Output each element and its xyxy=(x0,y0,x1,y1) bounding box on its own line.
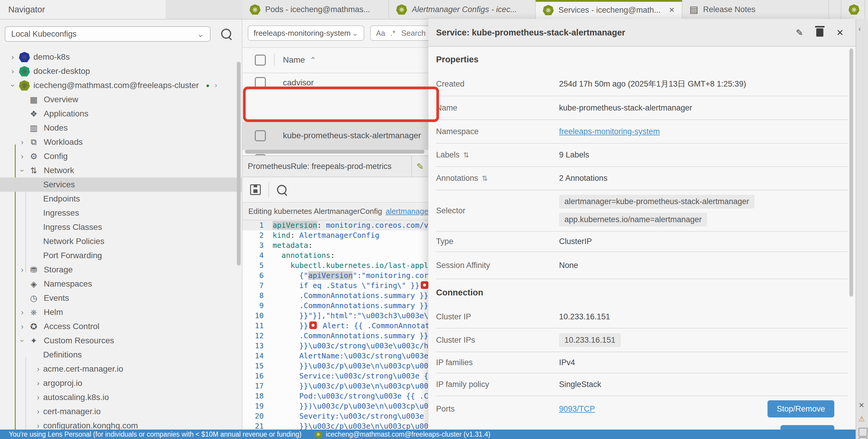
sidebar-item[interactable]: Ingress Classes ● › xyxy=(0,220,242,234)
sidebar-item[interactable]: Definitions ● › xyxy=(0,348,242,362)
row-checkbox[interactable] xyxy=(255,77,266,88)
forward-button[interactable]: Forward... xyxy=(780,425,834,430)
sidebar-item[interactable]: › ⎈ docker-desktop ● › xyxy=(0,64,242,78)
chevron-icon[interactable]: › xyxy=(33,365,43,374)
sidebar-item[interactable]: ❖ Applications ● › xyxy=(0,107,242,121)
sidebar-item[interactable]: › ⛃ Storage ● › xyxy=(0,263,242,277)
chevron-icon[interactable] xyxy=(17,279,27,289)
sidebar-item[interactable]: ◈ Namespaces ● › xyxy=(0,277,242,291)
chevron-icon[interactable]: › xyxy=(33,379,43,388)
chevron-left-icon[interactable]: ‹ xyxy=(859,25,861,33)
tab[interactable]: ⎈ Pods - icecheng@mathmas... ✕ xyxy=(242,0,389,19)
namespace-select[interactable]: freeleaps-monitoring-system ⌄ xyxy=(248,25,364,41)
chevron-right-icon[interactable]: › xyxy=(215,81,217,90)
port-link[interactable]: 9093/TCP xyxy=(559,404,595,413)
chevron-icon[interactable] xyxy=(33,194,43,204)
namespace-link[interactable]: freeleaps-monitoring-system xyxy=(559,127,660,136)
sidebar-item[interactable]: › acme.cert-manager.io ● › xyxy=(0,362,242,376)
sidebar-item[interactable]: ▦ Overview ● › xyxy=(0,93,242,107)
chevron-icon[interactable] xyxy=(33,350,43,360)
select-all-checkbox[interactable] xyxy=(255,55,266,66)
chevron-icon[interactable] xyxy=(33,180,43,189)
widget-button[interactable] xyxy=(859,428,867,437)
chevron-icon[interactable]: › xyxy=(17,308,27,317)
chevron-icon[interactable]: › xyxy=(8,53,18,62)
tab[interactable]: ▤ Release Notes ✕ xyxy=(682,0,829,19)
sidebar-item[interactable]: › configuration.konghq.com ● › xyxy=(0,418,242,430)
chevron-icon[interactable] xyxy=(17,124,27,133)
sidebar-item[interactable]: › ⎈ Helm ● › xyxy=(0,305,242,319)
table-horizontal-scrollbar[interactable] xyxy=(245,150,425,154)
sidebar-item[interactable]: Services ● › xyxy=(0,177,242,192)
chevron-icon[interactable]: › xyxy=(18,165,27,175)
sidebar-item[interactable]: Network Policies ● › xyxy=(0,234,242,248)
editing-resource-link[interactable]: alertmanager xyxy=(385,207,428,216)
sidebar-item[interactable]: › ✦ Custom Resources ● › xyxy=(0,334,242,348)
name-row: Name kube-prometheus-stack-alertmanager xyxy=(436,96,848,120)
sidebar-search-button[interactable] xyxy=(221,29,232,39)
search-input[interactable] xyxy=(401,28,428,38)
sidebar-item[interactable]: ◷ Events ● › xyxy=(0,291,242,305)
chevron-icon[interactable] xyxy=(33,251,43,260)
chevron-icon[interactable]: › xyxy=(18,336,27,346)
chevron-icon[interactable]: › xyxy=(8,80,18,91)
chevron-icon[interactable]: › xyxy=(8,67,18,76)
sidebar-item[interactable]: › ✪ Access Control ● › xyxy=(0,319,242,334)
editor-dock-header[interactable]: PrometheusRule: freepeals-prod-metrics ✎ xyxy=(242,156,428,177)
name-column-header[interactable]: Name xyxy=(283,55,305,65)
sidebar-item[interactable]: Endpoints ● › xyxy=(0,192,242,206)
table-row[interactable]: cadvisor xyxy=(242,76,428,90)
sidebar-item[interactable]: ▥ Nodes ● › xyxy=(0,121,242,135)
close-icon[interactable]: ✕ xyxy=(836,28,844,38)
sidebar-item[interactable]: › ⧉ Workloads ● › xyxy=(0,135,242,149)
tab[interactable]: ⎈ A ✕ xyxy=(841,0,865,19)
sidebar-item[interactable]: › ⎈ demo-k8s ● › xyxy=(0,50,242,64)
chevron-icon[interactable]: › xyxy=(33,393,43,402)
chevron-icon[interactable] xyxy=(17,95,27,104)
sidebar-item[interactable]: › argoproj.io ● › xyxy=(0,376,242,390)
expand-toggle-icon[interactable]: ⇅ xyxy=(482,174,488,182)
chevron-icon[interactable] xyxy=(17,294,27,303)
chevron-icon[interactable]: › xyxy=(33,407,43,416)
chevron-icon[interactable] xyxy=(33,209,43,218)
edit-pencil-icon[interactable]: ✎ xyxy=(412,161,428,172)
yaml-editor[interactable]: 1apiVersion: monitoring.coreos.com/v1alp… xyxy=(242,221,428,430)
chevron-icon[interactable] xyxy=(17,109,27,119)
sidebar-item[interactable]: › cert-manager.io ● › xyxy=(0,404,242,418)
save-icon[interactable] xyxy=(250,184,261,195)
chevron-icon[interactable]: › xyxy=(17,138,27,147)
match-case-button[interactable]: Aa xyxy=(376,29,385,37)
search-icon[interactable] xyxy=(277,185,286,194)
widget-button[interactable] xyxy=(859,437,867,439)
sidebar-scrollbar[interactable] xyxy=(237,62,241,266)
sidebar-item[interactable]: › ⇅ Network ● › xyxy=(0,163,242,177)
tab[interactable]: ⎈ Services - icecheng@math... ✕ xyxy=(536,0,682,19)
stop-remove-button[interactable]: Stop/Remove xyxy=(768,400,834,417)
chevron-icon[interactable]: › xyxy=(33,421,43,430)
close-icon[interactable]: ✕ xyxy=(669,6,675,14)
sidebar-item[interactable]: › ⚙ Config ● › xyxy=(0,149,242,163)
sidebar-item[interactable]: › ⎈ icecheng@mathmast.com@freeleaps-clus… xyxy=(0,78,242,93)
sidebar-item[interactable]: › autoscaling.k8s.io ● › xyxy=(0,390,242,404)
delete-trash-icon[interactable] xyxy=(816,28,824,37)
sort-ascending-icon[interactable]: ⌃ xyxy=(310,56,316,65)
drawer-scrollbar[interactable] xyxy=(849,48,853,297)
close-icon[interactable]: ✕ xyxy=(859,401,864,409)
edit-pencil-icon[interactable]: ✎ xyxy=(796,28,803,38)
warning-icon[interactable]: ⚠ xyxy=(859,415,865,423)
row-checkbox[interactable] xyxy=(255,130,266,141)
siren-emoji-icon xyxy=(309,322,317,329)
sidebar-item-icon: ✪ xyxy=(27,322,40,332)
tab[interactable]: ⎈ Alertmanager Configs - icec... ✕ xyxy=(389,0,536,19)
chevron-icon[interactable] xyxy=(33,223,43,232)
sidebar-item[interactable]: Ingresses ● › xyxy=(0,206,242,220)
sidebar-item[interactable]: Port Forwarding ● › xyxy=(0,248,242,263)
kubeconfig-select[interactable]: Local Kubeconfigs ⌄ xyxy=(5,26,211,42)
chevron-icon[interactable]: › xyxy=(17,152,27,161)
table-row[interactable]: kube-prometheus-stack-alertmanager xyxy=(242,122,428,150)
expand-toggle-icon[interactable]: ⇅ xyxy=(463,151,469,159)
chevron-icon[interactable]: › xyxy=(17,265,27,274)
regex-button[interactable]: .* xyxy=(391,29,396,37)
chevron-icon[interactable] xyxy=(33,237,43,246)
chevron-icon[interactable]: › xyxy=(17,322,27,331)
